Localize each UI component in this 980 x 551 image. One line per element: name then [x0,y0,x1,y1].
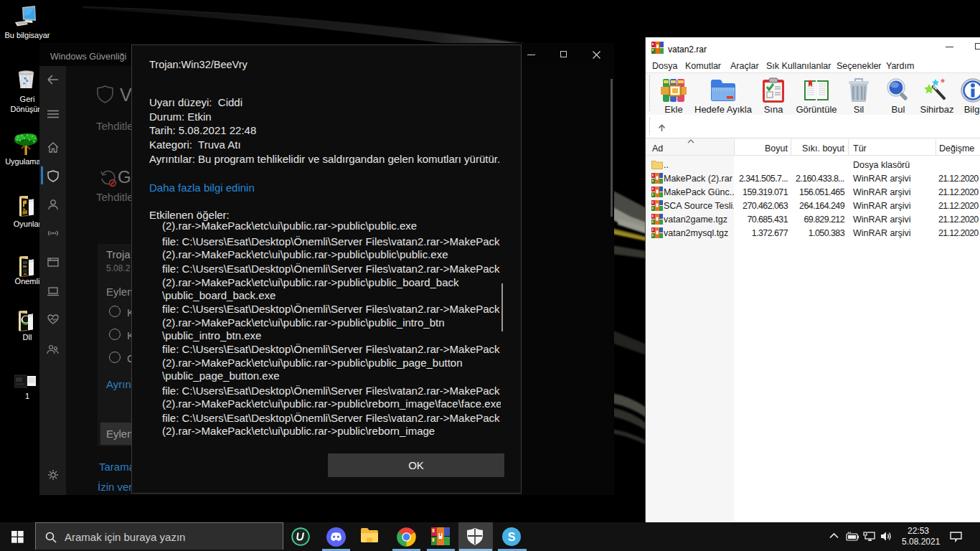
svg-text:S: S [508,531,516,543]
